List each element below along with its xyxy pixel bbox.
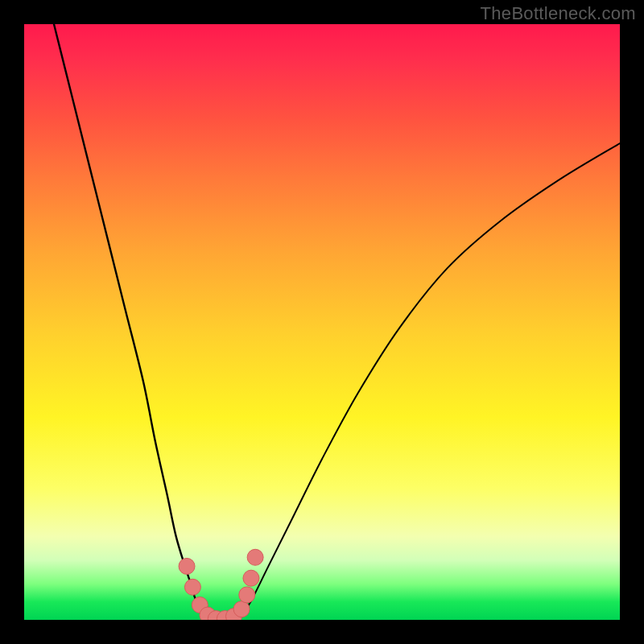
data-marker <box>208 611 224 620</box>
watermark-text: TheBottleneck.com <box>481 3 636 24</box>
curve-layer <box>24 24 620 620</box>
data-marker <box>200 607 216 620</box>
chart-frame: TheBottleneck.com <box>0 0 644 644</box>
data-marker <box>225 609 242 620</box>
data-marker <box>217 611 233 620</box>
data-marker <box>184 579 200 595</box>
data-marker <box>233 601 250 617</box>
left-curve <box>54 24 212 620</box>
marker-group <box>179 549 263 620</box>
right-curve <box>238 143 620 620</box>
plot-area <box>24 24 620 620</box>
data-marker <box>192 597 208 613</box>
data-marker <box>239 587 255 603</box>
data-marker <box>243 570 259 586</box>
data-marker <box>179 558 195 574</box>
data-marker <box>247 549 263 565</box>
